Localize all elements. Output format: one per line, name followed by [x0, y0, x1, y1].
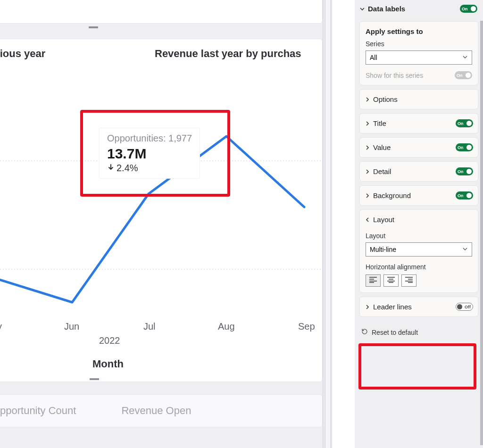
kpi-revenue-open[interactable]: Revenue Open — [99, 405, 214, 417]
chart-visual[interactable]: r vs previous year Revenue last year by … — [0, 39, 323, 382]
layout-section: Layout Layout Multi-line Horizontal alig… — [359, 209, 478, 293]
data-label-card: Opportunities: 1,977 13.7M 2.4% — [99, 128, 200, 179]
series-dropdown-value: All — [370, 54, 377, 61]
toggle-background[interactable]: On — [456, 191, 473, 199]
detail-label: Detail — [373, 167, 391, 175]
x-tick-aug: Aug — [218, 321, 235, 332]
x-tick-jun: Jun — [64, 321, 79, 332]
layout-header-label: Layout — [373, 216, 394, 224]
layout-header[interactable]: Layout — [360, 210, 478, 229]
x-tick-sep: Sep — [298, 321, 315, 332]
background-label: Background — [373, 191, 411, 199]
toggle-leader-lines[interactable]: Off — [456, 303, 473, 311]
data-label-change: 2.4% — [107, 163, 192, 174]
chevron-down-icon — [462, 54, 468, 61]
leader-lines-section: Leader lines Off — [359, 297, 478, 317]
chevron-right-icon — [365, 304, 370, 310]
chevron-down-icon — [462, 246, 468, 253]
chevron-right-icon — [365, 169, 370, 174]
leader-lines-header[interactable]: Leader lines Off — [360, 297, 478, 316]
layout-field-label: Layout — [366, 232, 472, 240]
resize-handle-top[interactable] — [89, 26, 98, 28]
data-label-change-pct: 2.4% — [117, 163, 138, 174]
chevron-right-icon — [365, 193, 370, 199]
toggle-value[interactable]: On — [456, 143, 473, 151]
format-pane: Data labels On Apply settings to Series … — [355, 0, 483, 448]
horizontal-alignment-label: Horizontal alignment — [366, 263, 472, 271]
align-right-icon — [405, 276, 413, 285]
leader-lines-label: Leader lines — [373, 303, 412, 311]
arrow-down-icon — [107, 163, 115, 174]
value-header[interactable]: Value On — [360, 138, 478, 157]
align-center-button[interactable] — [383, 274, 399, 287]
align-left-icon — [369, 276, 377, 285]
apply-settings-header: Apply settings to — [366, 27, 472, 35]
toggle-show-for-series: On — [455, 71, 472, 79]
plot-area: y Jun Jul Aug Sep 2022 — [0, 85, 323, 349]
title-label: Title — [373, 119, 386, 127]
layout-dropdown-value: Multi-line — [370, 246, 396, 253]
reset-label: Reset to default — [372, 329, 418, 336]
reset-to-default-button[interactable]: Reset to default — [355, 321, 483, 344]
data-labels-label: Data labels — [368, 5, 405, 13]
kpi-row: pportunity Count Revenue Open — [0, 394, 323, 427]
options-header[interactable]: Options — [360, 90, 478, 109]
detail-section: Detail On — [359, 161, 478, 182]
chevron-right-icon — [365, 145, 370, 150]
series-dropdown[interactable]: All — [366, 50, 472, 65]
show-for-series-label: Show for this series — [366, 72, 423, 79]
options-label: Options — [373, 95, 398, 103]
x-axis-title: Month — [92, 358, 124, 370]
value-label: Value — [373, 143, 391, 151]
kpi-opportunity-count[interactable]: pportunity Count — [0, 405, 99, 417]
resize-handle-bottom[interactable] — [90, 378, 99, 380]
background-header[interactable]: Background On — [360, 186, 478, 205]
visual-card-top — [0, 0, 323, 24]
vertical-splitter-1[interactable] — [323, 0, 325, 448]
align-left-button[interactable] — [366, 274, 381, 287]
panel-gap — [332, 0, 355, 448]
line-chart-svg — [0, 85, 323, 349]
x-tick-jul: Jul — [143, 321, 156, 332]
chevron-down-icon — [359, 6, 365, 12]
options-section: Options — [359, 89, 478, 109]
x-tick-may: y — [0, 321, 2, 332]
chart-title-right: Revenue last year by purchas — [155, 48, 301, 60]
toggle-data-labels[interactable]: On — [460, 5, 477, 13]
title-header[interactable]: Title On — [360, 114, 478, 133]
chevron-right-icon — [365, 121, 370, 126]
chart-title-left: r vs previous year — [0, 48, 45, 60]
apply-settings-section: Apply settings to Series All Show for th… — [359, 21, 478, 85]
background-section: Background On — [359, 185, 478, 206]
horizontal-alignment-group — [366, 274, 472, 287]
layout-dropdown[interactable]: Multi-line — [366, 242, 472, 257]
title-section: Title On — [359, 113, 478, 133]
series-label: Series — [366, 40, 472, 48]
scrollbar-thumb[interactable] — [480, 21, 483, 445]
align-right-button[interactable] — [401, 274, 416, 287]
year-label: 2022 — [99, 335, 120, 346]
chevron-down-icon — [365, 217, 370, 223]
data-label-value: 13.7M — [107, 146, 192, 162]
data-label-opportunities: Opportunities: 1,977 — [107, 133, 192, 144]
section-header-data-labels[interactable]: Data labels On — [355, 0, 483, 18]
report-canvas: r vs previous year Revenue last year by … — [0, 0, 323, 448]
reset-icon — [361, 328, 368, 336]
toggle-detail[interactable]: On — [456, 167, 473, 175]
chevron-right-icon — [365, 97, 370, 102]
value-section: Value On — [359, 137, 478, 158]
align-center-icon — [387, 276, 395, 285]
toggle-title[interactable]: On — [456, 119, 473, 127]
detail-header[interactable]: Detail On — [360, 162, 478, 181]
